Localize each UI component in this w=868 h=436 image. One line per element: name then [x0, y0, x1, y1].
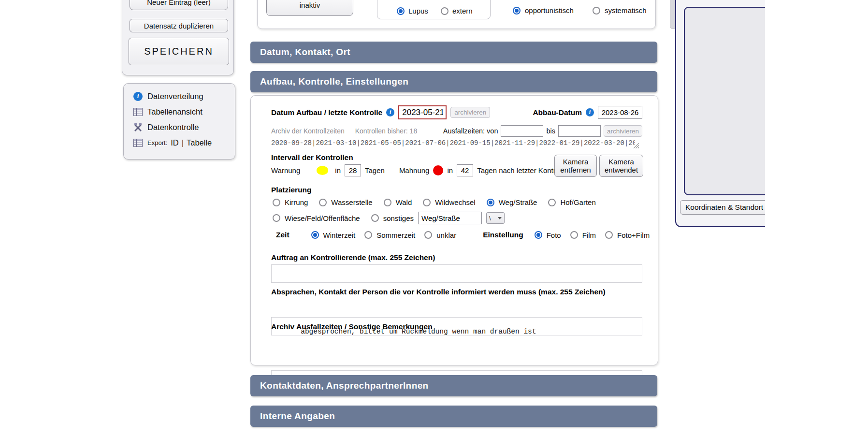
kamera-entwendet-label: Kamera entwendet — [600, 158, 643, 174]
resize-grip-icon[interactable] — [633, 142, 639, 148]
menu-item-datenverteilung[interactable]: i Datenverteilung — [133, 88, 235, 104]
in-label: in — [335, 166, 341, 174]
mahn-days-input[interactable] — [457, 164, 473, 176]
ausfallzeiten-label: Ausfallzeiten: von — [443, 127, 498, 135]
export-separator: | — [182, 138, 184, 147]
radio-wasserstelle[interactable] — [319, 199, 327, 206]
status-fieldset: inaktiv Lupus extern opportunistisch sys… — [257, 0, 656, 29]
info-icon: i — [133, 92, 143, 101]
section-bar-datum-kontakt-ort[interactable]: Datum, Kontakt, Ort — [250, 42, 657, 63]
tagen-label: Tagen — [365, 166, 385, 174]
radio-unklar[interactable] — [424, 231, 432, 239]
radio-wiese-feld[interactable] — [273, 214, 280, 222]
radio-wald[interactable] — [384, 199, 391, 206]
ausfall-bis-input[interactable] — [558, 125, 601, 137]
radio-label: unklar — [436, 231, 456, 239]
einstellung-title: Einstellung — [483, 231, 523, 239]
abbau-datum-input[interactable] — [598, 106, 642, 119]
intervall-title: Intervall der Kontrollen — [271, 153, 353, 162]
radio-extern[interactable] — [441, 7, 448, 15]
intervall-row: Warnung in Tagen Mahnung in Tagen nach l… — [271, 164, 569, 176]
mahnung-label: Mahnung — [399, 166, 430, 174]
radio-lupus[interactable] — [397, 7, 405, 15]
menu-item-datenkontrolle[interactable]: Datenkontrolle — [133, 119, 235, 135]
radio-label: Wald — [396, 198, 412, 206]
zeit-title: Zeit — [276, 231, 289, 239]
radio-extern-label: extern — [452, 7, 473, 15]
export-table-link[interactable]: Tabelle — [187, 138, 212, 147]
archivieren-button-2[interactable]: archivieren — [604, 125, 642, 137]
section-bar-interne-angaben[interactable]: Interne Angaben — [250, 406, 657, 427]
archiv-kontrollzeiten-link[interactable]: Archiv der Kontrollzeiten — [271, 127, 345, 135]
app-viewport: Neuer Eintrag (leer) Datensatz duplizier… — [0, 0, 868, 436]
kamera-entwendet-button[interactable]: Kamera entwendet — [599, 155, 643, 177]
platzierung-title: Platzierung — [271, 186, 312, 194]
save-button[interactable]: SPEICHERN — [129, 38, 229, 65]
info-icon[interactable]: i — [586, 108, 594, 116]
radio-label: Winterzeit — [323, 231, 356, 239]
ausfall-von-input[interactable] — [501, 125, 543, 137]
warn-days-input[interactable] — [345, 164, 361, 176]
radio-foto-film[interactable] — [605, 231, 613, 239]
radio-wildwechsel[interactable] — [423, 199, 431, 206]
menu-item-tabellenansicht[interactable]: Tabellenansicht — [133, 104, 235, 119]
radio-film[interactable] — [570, 231, 578, 239]
radio-winterzeit[interactable] — [311, 231, 319, 239]
new-entry-button[interactable]: Neuer Eintrag (leer) — [130, 0, 228, 10]
section-bar-label: Interne Angaben — [260, 411, 335, 421]
resize-grip-icon[interactable] — [635, 275, 641, 281]
radio-sommerzeit[interactable] — [364, 231, 372, 239]
tools-menu-panel: i Datenverteilung Tabellenansicht Datenk… — [123, 83, 235, 160]
menu-label: Datenkontrolle — [147, 123, 199, 132]
radio-hof-garten[interactable] — [548, 199, 556, 206]
kontroll-dates-text: 2020-09-28|2021-03-10|2021-05-05|2021-07… — [271, 139, 635, 147]
auftrag-label: Auftrag an Kontrollierende (max. 255 Zei… — [271, 253, 435, 262]
kontroll-dates-field[interactable]: 2020-09-28|2021-03-10|2021-05-05|2021-07… — [271, 139, 635, 148]
save-label: SPEICHERN — [144, 46, 214, 57]
radio-systematisch[interactable] — [593, 7, 600, 15]
datum-aufbau-input[interactable] — [398, 105, 447, 119]
warning-status-dot — [317, 166, 328, 175]
radio-opportunistisch-label: opportunistisch — [525, 6, 574, 15]
section-bar-kontaktdaten[interactable]: Kontaktdaten, AnsprechpartnerInnen — [250, 375, 657, 396]
radio-label: sonstiges — [383, 214, 414, 222]
radio-weg-strasse[interactable] — [487, 199, 494, 206]
datum-row: Datum Aufbau / letzte Kontrolle i archiv… — [271, 105, 642, 119]
radio-sonstiges[interactable] — [371, 214, 379, 222]
archivieren-label: archivieren — [607, 128, 639, 135]
radio-lupus-label: Lupus — [408, 7, 428, 15]
inactive-button[interactable]: inaktiv — [266, 0, 353, 16]
menu-label: Tabellenansicht — [147, 107, 203, 116]
zeit-einstellung-row: Zeit Winterzeit Sommerzeit unklar Einste… — [276, 231, 650, 239]
section-bar-aufbau[interactable]: Aufbau, Kontrolle, Einstellungen — [250, 71, 657, 92]
auftrag-textarea[interactable] — [271, 264, 642, 283]
kamera-entfernen-button[interactable]: Kamera entfernen — [554, 155, 597, 177]
resize-grip-icon[interactable] — [635, 328, 641, 334]
in-label: in — [447, 166, 453, 174]
dropdown-value: \ — [489, 215, 491, 222]
source-radio-group: Lupus extern — [377, 0, 491, 19]
datum-aufbau-label: Datum Aufbau / letzte Kontrolle — [271, 108, 382, 117]
tools-icon — [133, 123, 143, 132]
radio-foto[interactable] — [535, 231, 542, 239]
koordinaten-standort-label: Koordinaten & Standort — [685, 203, 763, 212]
right-panel-clip: Koordinaten & Standort — [675, 0, 765, 436]
radio-label: Weg/Straße — [499, 198, 537, 206]
radio-label: Film — [582, 231, 596, 239]
warnung-label: Warnung — [271, 166, 300, 174]
section-bar-label: Datum, Kontakt, Ort — [260, 47, 350, 58]
export-prefix: Export: — [147, 139, 167, 146]
export-id-link[interactable]: ID — [171, 138, 179, 147]
duplicate-record-button[interactable]: Datensatz duplizieren — [130, 19, 228, 32]
radio-label: Kirrung — [285, 198, 308, 206]
section-bar-label: Aufbau, Kontrolle, Einstellungen — [260, 76, 408, 87]
radio-kirrung[interactable] — [273, 199, 280, 206]
mode-radio-group: opportunistisch systematisch — [513, 6, 647, 15]
sonstiges-input[interactable] — [418, 212, 482, 224]
radio-opportunistisch[interactable] — [513, 7, 521, 15]
info-icon[interactable]: i — [386, 108, 394, 116]
koordinaten-standort-button[interactable]: Koordinaten & Standort — [680, 200, 765, 215]
platzierung-dropdown[interactable]: \ — [486, 212, 505, 224]
kamera-entfernen-label: Kamera entfernen — [555, 158, 596, 174]
archivieren-button-1[interactable]: archivieren — [450, 107, 490, 118]
